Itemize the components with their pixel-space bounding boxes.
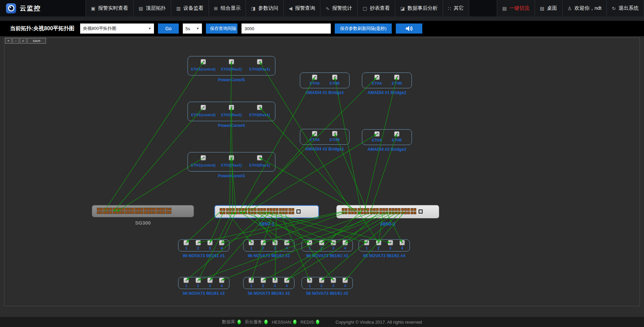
switch-port[interactable] [389, 212, 391, 214]
switch-port[interactable] [113, 211, 115, 214]
switch-port[interactable] [282, 208, 285, 211]
switch-port[interactable] [122, 208, 124, 211]
switch-port[interactable] [285, 208, 288, 211]
switch-port[interactable] [223, 212, 225, 214]
switch-port[interactable] [376, 212, 379, 214]
switch-port[interactable] [407, 212, 410, 214]
switch-port[interactable] [342, 208, 344, 211]
port-icon[interactable]: ↗ [312, 75, 317, 80]
switch-port[interactable] [411, 208, 413, 211]
uplink-port[interactable] [419, 209, 423, 214]
port-icon[interactable]: ↗ [261, 278, 266, 283]
switch-port[interactable] [392, 212, 394, 214]
switch-port[interactable] [162, 211, 165, 214]
switch-3850-2[interactable] [336, 205, 439, 218]
switch-port[interactable] [345, 208, 347, 211]
nav-item-main[interactable]: ◀报警查询 [283, 0, 320, 16]
switch-port[interactable] [100, 208, 103, 211]
canvas-zoom-out-button[interactable]: - [12, 38, 19, 44]
nav-item-main[interactable]: ▤顶层拓扑 [133, 0, 171, 16]
switch-port[interactable] [358, 208, 360, 211]
switch-port[interactable] [232, 212, 235, 214]
port-icon[interactable]: ↗ [272, 278, 278, 283]
port-icon[interactable]: ↗ [399, 240, 405, 245]
switch-port[interactable] [113, 208, 115, 211]
switch-port[interactable] [273, 208, 275, 211]
port-icon[interactable]: ↗ [284, 240, 289, 245]
switch-port[interactable] [169, 208, 171, 211]
nav-item-main[interactable]: ▢抄表查看 [357, 0, 395, 16]
nav-item-right[interactable]: ♙欢迎你，ndt [562, 0, 606, 16]
port-icon[interactable]: ↗ [364, 240, 369, 245]
switch-port[interactable] [373, 208, 376, 211]
port-icon[interactable]: ↗ [201, 59, 206, 64]
switch-port[interactable] [153, 208, 156, 211]
switch-port[interactable] [382, 208, 385, 211]
switch-port[interactable] [370, 208, 373, 211]
nav-item-main[interactable]: ▥设备监看 [171, 0, 208, 16]
switch-port[interactable] [376, 208, 379, 211]
switch-port[interactable] [156, 211, 159, 214]
switch-port[interactable] [226, 208, 229, 211]
switch-port[interactable] [159, 211, 162, 214]
switch-port[interactable] [135, 208, 137, 211]
port-icon[interactable]: ↗ [272, 240, 278, 245]
nav-item-main[interactable]: ∷其它 [443, 0, 469, 16]
switch-port[interactable] [119, 208, 121, 211]
switch-port[interactable] [257, 208, 260, 211]
port-icon[interactable]: ↗ [388, 240, 393, 245]
switch-port[interactable] [358, 212, 360, 214]
switch-port[interactable] [144, 208, 147, 211]
nav-item-right[interactable]: ↻退出系统 [606, 0, 644, 16]
switch-port[interactable] [232, 208, 235, 211]
port-icon[interactable]: ↗ [332, 75, 337, 80]
nav-item-main[interactable]: ◪数据事后分析 [395, 0, 442, 16]
switch-port[interactable] [241, 212, 244, 214]
switch-port[interactable] [273, 212, 275, 214]
switch-port[interactable] [122, 211, 124, 214]
switch-port[interactable] [248, 212, 251, 214]
switch-port[interactable] [260, 208, 263, 211]
port-icon[interactable]: ↗ [249, 278, 254, 283]
switch-SG300[interactable] [92, 205, 194, 217]
port-icon[interactable]: ↗ [394, 131, 399, 137]
port-icon[interactable]: ↗ [312, 131, 317, 136]
switch-port[interactable] [153, 211, 156, 214]
port-icon[interactable]: ↗ [284, 278, 289, 283]
switch-port[interactable] [414, 212, 416, 214]
switch-port[interactable] [135, 211, 137, 214]
switch-port[interactable] [131, 208, 134, 211]
switch-port[interactable] [379, 212, 382, 214]
switch-port[interactable] [257, 212, 260, 214]
switch-port[interactable] [169, 211, 171, 214]
port-icon[interactable]: ↗ [183, 278, 189, 283]
canvas-zoom-in-button[interactable]: + [5, 38, 12, 44]
switch-port[interactable] [156, 208, 159, 211]
switch-port[interactable] [398, 208, 400, 211]
switch-port[interactable] [291, 212, 294, 214]
topology-canvas[interactable]: +-csave ↗ETH1(control)↗ETH2(Rav2)↗ETH3(R… [4, 38, 640, 306]
switch-port[interactable] [382, 212, 385, 214]
switch-port[interactable] [288, 212, 291, 214]
switch-port[interactable] [367, 212, 369, 214]
port-icon[interactable]: ↗ [201, 155, 206, 160]
switch-port[interactable] [141, 208, 143, 211]
port-icon[interactable]: ↗ [183, 240, 189, 245]
switch-port[interactable] [351, 212, 354, 214]
switch-3850-1[interactable] [214, 205, 319, 218]
nav-item-right[interactable]: ▤桌面 [535, 0, 562, 16]
nav-item-main[interactable]: ⊞组合显示 [209, 0, 246, 16]
canvas-center-button[interactable]: c [20, 38, 26, 44]
switch-port[interactable] [254, 212, 257, 214]
switch-port[interactable] [411, 212, 413, 214]
switch-port[interactable] [279, 208, 282, 211]
switch-port[interactable] [395, 208, 397, 211]
switch-port[interactable] [116, 208, 118, 211]
switch-port[interactable] [348, 208, 351, 211]
switch-port[interactable] [379, 208, 382, 211]
switch-port[interactable] [166, 211, 168, 214]
port-icon[interactable]: ↗ [307, 278, 312, 283]
switch-port[interactable] [354, 212, 357, 214]
uplink-port[interactable] [297, 209, 301, 214]
switch-port[interactable] [267, 208, 269, 211]
